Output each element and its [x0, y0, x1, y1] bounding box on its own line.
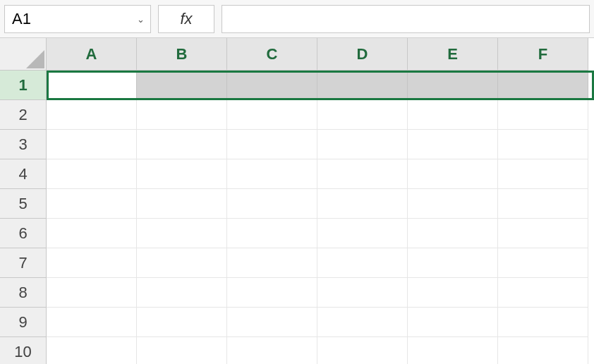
- formula-bar: A1 ⌄ fx: [0, 0, 594, 38]
- row-header-5[interactable]: 5: [0, 189, 47, 219]
- cell-e9[interactable]: [408, 308, 498, 337]
- cell-e6[interactable]: [408, 219, 498, 248]
- cell-f10[interactable]: [498, 337, 588, 364]
- select-all-button[interactable]: [0, 38, 47, 71]
- row-label: 7: [18, 254, 27, 272]
- cell-b1[interactable]: [137, 71, 227, 100]
- cell-a7[interactable]: [47, 248, 137, 278]
- row-6: 6: [0, 219, 594, 248]
- cell-c1[interactable]: [227, 71, 317, 100]
- cell-a10[interactable]: [47, 337, 137, 364]
- cell-c9[interactable]: [227, 308, 317, 337]
- row-header-10[interactable]: 10: [0, 337, 47, 364]
- cell-c3[interactable]: [227, 130, 317, 159]
- cell-e7[interactable]: [408, 248, 498, 278]
- row-header-9[interactable]: 9: [0, 308, 47, 337]
- row-label: 8: [18, 284, 27, 302]
- cell-b2[interactable]: [137, 100, 227, 130]
- spreadsheet-grid[interactable]: A B C D E F 1 2 3 4: [0, 38, 594, 364]
- row-7: 7: [0, 248, 594, 278]
- row-header-7[interactable]: 7: [0, 248, 47, 278]
- cell-a1[interactable]: [47, 71, 137, 100]
- cell-d7[interactable]: [317, 248, 408, 278]
- cell-b8[interactable]: [137, 278, 227, 308]
- row-3: 3: [0, 130, 594, 159]
- cell-f6[interactable]: [498, 219, 588, 248]
- row-header-2[interactable]: 2: [0, 100, 47, 130]
- cell-d6[interactable]: [317, 219, 408, 248]
- row-label: 2: [18, 106, 27, 124]
- row-header-1[interactable]: 1: [0, 71, 47, 100]
- cell-b6[interactable]: [137, 219, 227, 248]
- cell-c8[interactable]: [227, 278, 317, 308]
- row-header-6[interactable]: 6: [0, 219, 47, 248]
- cell-c6[interactable]: [227, 219, 317, 248]
- cell-b3[interactable]: [137, 130, 227, 159]
- column-label: B: [176, 45, 188, 63]
- cell-b7[interactable]: [137, 248, 227, 278]
- cell-a2[interactable]: [47, 100, 137, 130]
- column-header-c[interactable]: C: [227, 38, 317, 71]
- row-10: 10: [0, 337, 594, 364]
- column-headers: A B C D E F: [0, 38, 594, 71]
- row-label: 9: [18, 313, 27, 332]
- cell-d1[interactable]: [317, 71, 408, 100]
- cell-f3[interactable]: [498, 130, 588, 159]
- cell-f5[interactable]: [498, 189, 588, 219]
- cell-a3[interactable]: [47, 130, 137, 159]
- row-9: 9: [0, 308, 594, 337]
- cell-d9[interactable]: [317, 308, 408, 337]
- cell-e2[interactable]: [408, 100, 498, 130]
- cell-c5[interactable]: [227, 189, 317, 219]
- cell-e5[interactable]: [408, 189, 498, 219]
- cell-c4[interactable]: [227, 159, 317, 189]
- cell-b10[interactable]: [137, 337, 227, 364]
- row-header-3[interactable]: 3: [0, 130, 47, 159]
- cell-e8[interactable]: [408, 278, 498, 308]
- name-box[interactable]: A1 ⌄: [4, 5, 151, 33]
- cell-f2[interactable]: [498, 100, 588, 130]
- row-label: 4: [18, 165, 27, 183]
- cell-e4[interactable]: [408, 159, 498, 189]
- cell-d5[interactable]: [317, 189, 408, 219]
- cell-f1[interactable]: [498, 71, 588, 100]
- cell-c10[interactable]: [227, 337, 317, 364]
- fx-button[interactable]: fx: [158, 5, 214, 33]
- cell-c2[interactable]: [227, 100, 317, 130]
- cell-d2[interactable]: [317, 100, 408, 130]
- row-1: 1: [0, 71, 594, 100]
- cell-b4[interactable]: [137, 159, 227, 189]
- chevron-down-icon[interactable]: ⌄: [137, 13, 145, 24]
- column-header-d[interactable]: D: [317, 38, 408, 71]
- column-header-b[interactable]: B: [137, 38, 227, 71]
- cell-a8[interactable]: [47, 278, 137, 308]
- cell-a4[interactable]: [47, 159, 137, 189]
- cell-d4[interactable]: [317, 159, 408, 189]
- row-header-8[interactable]: 8: [0, 278, 47, 308]
- row-4: 4: [0, 159, 594, 189]
- cell-d8[interactable]: [317, 278, 408, 308]
- cell-b9[interactable]: [137, 308, 227, 337]
- cell-d10[interactable]: [317, 337, 408, 364]
- column-label: D: [357, 45, 368, 63]
- column-label: A: [86, 45, 97, 63]
- cell-a5[interactable]: [47, 189, 137, 219]
- cell-e1[interactable]: [408, 71, 498, 100]
- cell-f7[interactable]: [498, 248, 588, 278]
- cell-d3[interactable]: [317, 130, 408, 159]
- cell-e3[interactable]: [408, 130, 498, 159]
- column-header-a[interactable]: A: [47, 38, 137, 71]
- cell-e10[interactable]: [408, 337, 498, 364]
- cell-f8[interactable]: [498, 278, 588, 308]
- cell-a9[interactable]: [47, 308, 137, 337]
- cell-c7[interactable]: [227, 248, 317, 278]
- cell-f4[interactable]: [498, 159, 588, 189]
- formula-input[interactable]: [222, 5, 590, 33]
- row-header-4[interactable]: 4: [0, 159, 47, 189]
- cell-b5[interactable]: [137, 189, 227, 219]
- column-header-e[interactable]: E: [408, 38, 498, 71]
- column-label: F: [538, 45, 547, 63]
- cell-f9[interactable]: [498, 308, 588, 337]
- cell-a6[interactable]: [47, 219, 137, 248]
- column-header-f[interactable]: F: [498, 38, 588, 71]
